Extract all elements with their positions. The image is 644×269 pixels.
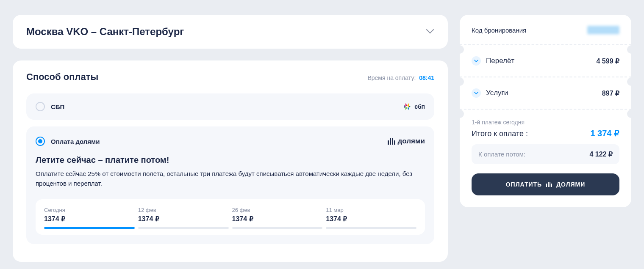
progress-bar bbox=[326, 227, 416, 229]
summary-services-row[interactable]: Услуги 897 ₽ bbox=[472, 77, 619, 109]
pay-later-row: К оплате потом: 4 122 ₽ bbox=[472, 144, 619, 164]
pay-button[interactable]: ОПЛАТИТЬ ДОЛЯМИ bbox=[472, 173, 619, 195]
summary-flight-row[interactable]: Перелёт 4 599 ₽ bbox=[472, 45, 619, 77]
services-label: Услуги bbox=[486, 89, 508, 97]
flight-value: 4 599 ₽ bbox=[597, 57, 619, 65]
booking-code-label: Код бронирования bbox=[472, 27, 526, 34]
later-label: К оплате потом: bbox=[478, 151, 525, 158]
chevron-down-icon[interactable] bbox=[472, 88, 481, 98]
schedule-date: 26 фев bbox=[232, 207, 323, 213]
flight-label: Перелёт bbox=[486, 57, 514, 65]
payment-method-card: Способ оплаты Время на оплату: 08:41 СБП bbox=[13, 60, 448, 262]
payment-option-dolyami[interactable]: Оплата долями долями Летите сейчас – пла… bbox=[26, 126, 434, 244]
schedule-date: Сегодня bbox=[44, 207, 135, 213]
total-label: Итого к оплате : bbox=[472, 129, 528, 138]
bars-icon bbox=[546, 182, 552, 187]
payment-timer: Время на оплату: 08:41 bbox=[367, 74, 434, 81]
progress-bar-active bbox=[44, 227, 135, 229]
timer-label: Время на оплату: bbox=[367, 74, 416, 81]
schedule-date: 12 фев bbox=[138, 207, 229, 213]
payment-option-sbp[interactable]: СБП сбп bbox=[26, 93, 434, 120]
sbp-logo-text: сбп bbox=[414, 103, 425, 110]
schedule-date: 11 мар bbox=[326, 207, 416, 213]
pay-button-suffix: ДОЛЯМИ bbox=[556, 181, 585, 188]
route-title: Москва VKO – Санкт-Петербург bbox=[26, 26, 184, 38]
radio-unchecked-icon bbox=[36, 102, 45, 111]
progress-bar bbox=[138, 227, 229, 229]
schedule-amount: 1374 ₽ bbox=[138, 215, 229, 223]
dolyami-logo: долями bbox=[388, 137, 425, 145]
route-summary[interactable]: Москва VKO – Санкт-Петербург bbox=[13, 15, 448, 49]
radio-checked-icon bbox=[36, 137, 45, 146]
schedule-item: 11 мар 1374 ₽ bbox=[326, 207, 416, 229]
booking-code-value bbox=[587, 26, 619, 34]
schedule-amount: 1374 ₽ bbox=[326, 215, 416, 223]
dolyami-label: Оплата долями bbox=[51, 138, 388, 145]
dolyami-description: Оплатите сейчас 25% от стоимости полёта,… bbox=[36, 169, 425, 188]
schedule-item: 26 фев 1374 ₽ bbox=[232, 207, 323, 229]
timer-value: 08:41 bbox=[419, 74, 434, 81]
later-value: 4 122 ₽ bbox=[590, 150, 613, 158]
sbp-logo: сбп bbox=[402, 102, 425, 111]
total-value: 1 374 ₽ bbox=[590, 128, 619, 138]
schedule-amount: 1374 ₽ bbox=[232, 215, 323, 223]
first-payment-note: 1-й платеж сегодня bbox=[472, 119, 619, 126]
schedule-amount: 1374 ₽ bbox=[44, 215, 135, 223]
schedule-item: 12 фев 1374 ₽ bbox=[138, 207, 229, 229]
dolyami-headline: Летите сейчас – платите потом! bbox=[36, 155, 425, 165]
dolyami-logo-text: долями bbox=[398, 137, 425, 145]
services-value: 897 ₽ bbox=[602, 89, 619, 97]
order-summary-card: Код бронирования Перелёт 4 599 ₽ bbox=[460, 15, 631, 207]
chevron-down-icon[interactable] bbox=[472, 56, 481, 66]
payment-title: Способ оплаты bbox=[26, 71, 98, 82]
bars-icon bbox=[388, 138, 395, 145]
sbp-label: СБП bbox=[51, 103, 402, 110]
chevron-down-icon bbox=[426, 28, 434, 35]
schedule-item: Сегодня 1374 ₽ bbox=[44, 207, 135, 229]
progress-bar bbox=[232, 227, 323, 229]
pay-button-label: ОПЛАТИТЬ bbox=[506, 181, 542, 188]
payment-schedule: Сегодня 1374 ₽ 12 фев 1374 ₽ 26 фев 1374… bbox=[36, 199, 425, 235]
